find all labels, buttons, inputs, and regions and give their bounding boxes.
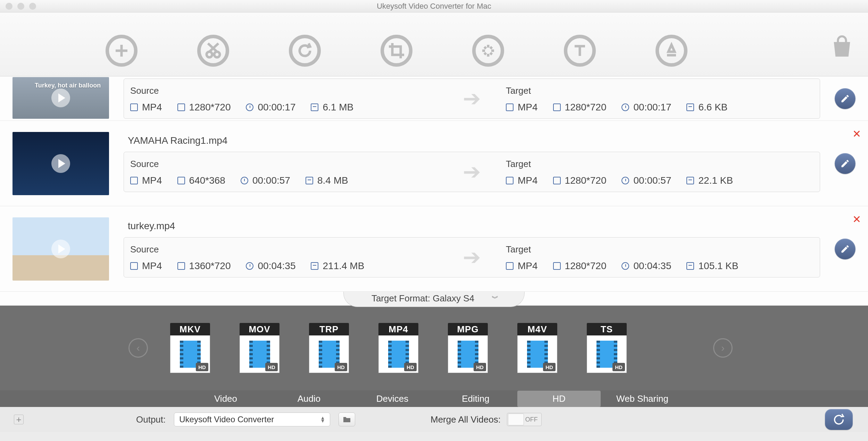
- add-file-button[interactable]: [106, 35, 137, 67]
- edit-item-button[interactable]: [835, 153, 856, 174]
- source-format: MP4: [142, 260, 162, 272]
- format-badge: MP4: [378, 323, 418, 335]
- output-folder-value: Ukeysoft Video Converter: [179, 415, 274, 424]
- play-icon[interactable]: [51, 240, 70, 258]
- video-thumbnail[interactable]: Turkey, hot air balloon: [12, 77, 109, 119]
- target-format-value: Galaxy S4: [433, 293, 474, 303]
- rotate-button[interactable]: [289, 35, 321, 67]
- merge-state: OFF: [525, 416, 541, 423]
- video-thumbnail[interactable]: [12, 217, 109, 281]
- category-tab-editing[interactable]: Editing: [434, 391, 517, 407]
- format-option-trp[interactable]: TRPHD: [309, 323, 349, 373]
- close-window-icon[interactable]: [6, 3, 12, 10]
- video-row: turkey.mp4 Source MP4 1360*720 00:04:35 …: [0, 206, 868, 292]
- format-body: HD: [517, 335, 557, 373]
- effects-button[interactable]: [472, 35, 504, 67]
- category-tab-web-sharing[interactable]: Web Sharing: [601, 391, 684, 407]
- format-badge: M4V: [517, 323, 557, 335]
- hd-tag: HD: [612, 363, 625, 371]
- source-format: MP4: [142, 102, 162, 113]
- source-dur: 00:00:17: [258, 102, 295, 113]
- format-option-mkv[interactable]: MKVHD: [170, 323, 210, 373]
- play-icon[interactable]: [51, 154, 70, 173]
- watermark-button[interactable]: [656, 35, 687, 67]
- source-res: 1280*720: [189, 102, 231, 113]
- chevron-down-icon: ︾: [492, 294, 496, 303]
- window-title: Ukeysoft Video Converter for Mac: [0, 2, 868, 11]
- add-output-button[interactable]: +: [14, 415, 24, 424]
- hd-tag: HD: [265, 363, 278, 371]
- source-label: Source: [130, 85, 437, 96]
- zoom-window-icon[interactable]: [29, 3, 36, 10]
- file-name: YAMAHA Racing1.mp4: [124, 135, 820, 146]
- format-body: HD: [587, 335, 627, 373]
- target-label: Target: [506, 159, 813, 169]
- window-controls: [0, 3, 36, 10]
- video-row: Turkey, hot air balloon Source MP4 1280*…: [0, 76, 868, 121]
- target-size: 105.1 KB: [698, 260, 738, 272]
- dropdown-stepper-icon: ▲▼: [320, 416, 325, 423]
- target-size: 22.1 KB: [698, 175, 733, 186]
- scroll-formats-left-button[interactable]: ‹: [128, 338, 148, 358]
- format-option-m4v[interactable]: M4VHD: [517, 323, 557, 373]
- source-dur: 00:00:57: [252, 175, 290, 186]
- merge-toggle[interactable]: OFF: [507, 413, 542, 426]
- hd-tag: HD: [543, 363, 556, 371]
- subtitle-button[interactable]: [564, 35, 596, 67]
- format-badge: MKV: [170, 323, 210, 335]
- main-toolbar: [0, 13, 868, 76]
- source-size: 211.4 MB: [323, 260, 364, 272]
- convert-button[interactable]: [825, 409, 853, 430]
- format-badge: TRP: [309, 323, 349, 335]
- source-dur: 00:04:35: [258, 260, 295, 272]
- source-target-box: Source MP4 640*368 00:00:57 8.4 MB ➔ Tar…: [124, 152, 820, 192]
- target-format-toggle[interactable]: Target Format: Galaxy S4 ︾: [0, 292, 868, 306]
- category-tab-video[interactable]: Video: [184, 391, 267, 407]
- category-tab-hd[interactable]: HD: [517, 391, 601, 407]
- thumb-caption: Turkey, hot air balloon: [35, 82, 101, 89]
- source-res: 640*368: [189, 175, 225, 186]
- crop-button[interactable]: [381, 35, 412, 67]
- category-tab-audio[interactable]: Audio: [267, 391, 351, 407]
- open-folder-button[interactable]: [339, 413, 355, 426]
- target-format: MP4: [518, 260, 538, 272]
- hd-tag: HD: [335, 363, 347, 371]
- minimize-window-icon[interactable]: [17, 3, 24, 10]
- file-name: turkey.mp4: [124, 220, 820, 232]
- arrow-icon: ➔: [444, 244, 500, 270]
- edit-item-button[interactable]: [835, 88, 856, 109]
- target-format: MP4: [518, 102, 538, 113]
- source-target-box: Source MP4 1360*720 00:04:35 211.4 MB ➔ …: [124, 237, 820, 277]
- title-bar: Ukeysoft Video Converter for Mac: [0, 0, 868, 13]
- format-body: HD: [170, 335, 210, 373]
- format-option-mp4[interactable]: MP4HD: [378, 323, 418, 373]
- remove-item-button[interactable]: ✕: [852, 128, 861, 140]
- video-thumbnail[interactable]: [12, 132, 109, 195]
- source-size: 8.4 MB: [317, 175, 348, 186]
- svg-point-1: [214, 52, 220, 57]
- source-size: 6.1 MB: [323, 102, 353, 113]
- trim-button[interactable]: [197, 35, 229, 67]
- store-icon[interactable]: [830, 35, 854, 59]
- target-res: 1280*720: [565, 102, 607, 113]
- output-folder-select[interactable]: Ukeysoft Video Converter ▲▼: [174, 413, 330, 426]
- source-label: Source: [130, 159, 437, 169]
- edit-item-button[interactable]: [835, 239, 856, 259]
- format-chooser: ‹ MKVHDMOVHDTRPHDMP4HDMPGHDM4VHDTSHD ›: [0, 306, 868, 390]
- remove-item-button[interactable]: ✕: [852, 213, 861, 225]
- footer-bar: + Output: Ukeysoft Video Converter ▲▼ Me…: [0, 407, 868, 432]
- target-size: 6.6 KB: [698, 102, 727, 113]
- merge-label: Merge All Videos:: [431, 414, 501, 425]
- category-tabs: VideoAudioDevicesEditingHDWeb Sharing: [0, 390, 868, 407]
- format-option-mpg[interactable]: MPGHD: [448, 323, 488, 373]
- format-option-mov[interactable]: MOVHD: [240, 323, 279, 373]
- scroll-formats-right-button[interactable]: ›: [713, 338, 733, 358]
- source-target-box: Source MP4 1280*720 00:00:17 6.1 MB ➔ Ta…: [124, 78, 820, 119]
- play-icon[interactable]: [51, 89, 70, 107]
- category-tab-devices[interactable]: Devices: [351, 391, 434, 407]
- format-body: HD: [240, 335, 279, 373]
- target-dur: 00:00:57: [633, 175, 671, 186]
- format-body: HD: [378, 335, 418, 373]
- format-body: HD: [448, 335, 488, 373]
- format-option-ts[interactable]: TSHD: [587, 323, 627, 373]
